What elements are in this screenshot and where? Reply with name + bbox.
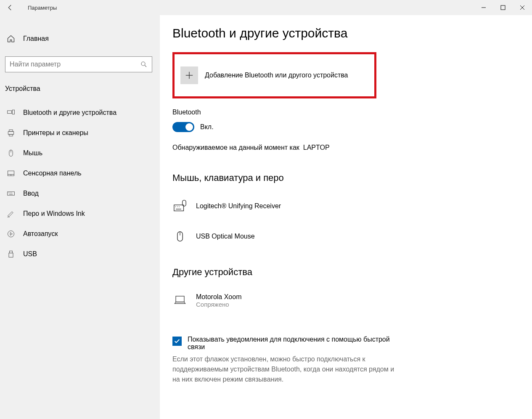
sidebar-item-home[interactable]: Главная (0, 29, 160, 48)
maximize-button[interactable] (493, 0, 513, 15)
sidebar-item-label: Сенсорная панель (23, 170, 82, 177)
svg-rect-21 (9, 253, 13, 257)
device-row[interactable]: Motorola Xoom Сопряжено (172, 285, 519, 316)
svg-rect-32 (176, 296, 184, 302)
minimize-button[interactable] (474, 0, 493, 15)
title-bar: Параметры (0, 0, 532, 15)
search-input[interactable] (10, 61, 140, 68)
arrow-left-icon (6, 4, 14, 11)
mouse-icon (6, 149, 16, 157)
bluetooth-toggle[interactable] (172, 122, 194, 132)
sidebar-item-label: Мышь (23, 149, 42, 157)
sidebar-item-label: Ввод (23, 190, 39, 197)
check-icon (174, 338, 180, 345)
sidebar-item-touchpad[interactable]: Сенсорная панель (0, 163, 160, 183)
usb-icon (6, 250, 16, 258)
pen-icon (6, 210, 16, 218)
minimize-icon (481, 5, 486, 10)
svg-rect-14 (8, 192, 15, 195)
sidebar-item-label: Bluetooth и другие устройства (23, 109, 116, 117)
autoplay-icon (6, 230, 16, 238)
svg-line-3 (145, 65, 146, 67)
sidebar-item-label: Автозапуск (23, 230, 58, 238)
fast-pair-help: Если этот флажок установлен, можно быстр… (172, 354, 400, 385)
plus-icon (180, 66, 198, 84)
page-title: Bluetooth и другие устройства (172, 26, 519, 40)
printer-icon (6, 129, 16, 137)
back-button[interactable] (0, 0, 20, 15)
home-label: Главная (23, 35, 49, 42)
svg-rect-8 (9, 134, 13, 136)
svg-rect-24 (174, 205, 184, 211)
main-content: Bluetooth и другие устройства Добавление… (160, 15, 532, 419)
bluetooth-label: Bluetooth (172, 109, 519, 116)
sidebar-item-autoplay[interactable]: Автозапуск (0, 224, 160, 244)
sidebar-item-printers[interactable]: Принтеры и сканеры (0, 123, 160, 143)
fast-pair-label: Показывать уведомления для подключения с… (188, 336, 402, 351)
mouse-icon (172, 229, 188, 244)
device-name: Motorola Xoom (196, 293, 242, 301)
sidebar-item-mouse[interactable]: Мышь (0, 143, 160, 163)
touchpad-icon (6, 169, 16, 178)
svg-rect-6 (8, 132, 13, 135)
device-name: Logitech® Unifying Receiver (196, 202, 281, 210)
search-icon (140, 61, 148, 68)
device-row[interactable]: USB Optical Mouse (172, 221, 519, 252)
window-title: Параметры (28, 5, 57, 11)
sidebar-item-pen[interactable]: Перо и Windows Ink (0, 204, 160, 224)
sidebar-item-bluetooth[interactable]: Bluetooth и другие устройства (0, 103, 160, 123)
keyboard-mouse-icon (172, 199, 188, 213)
svg-rect-1 (501, 5, 505, 10)
fast-pair-checkbox[interactable] (172, 337, 182, 346)
device-row[interactable]: Logitech® Unifying Receiver (172, 191, 519, 221)
window-controls (474, 0, 532, 15)
svg-point-2 (141, 62, 145, 66)
svg-point-19 (8, 231, 14, 237)
svg-rect-20 (10, 251, 13, 253)
device-name: USB Optical Mouse (196, 233, 255, 240)
section-input-title: Мышь, клавиатура и перо (172, 172, 519, 183)
sidebar-item-label: Принтеры и сканеры (23, 129, 88, 137)
add-device-label: Добавление Bluetooth или другого устройс… (205, 72, 348, 79)
add-device-button[interactable]: Добавление Bluetooth или другого устройс… (172, 52, 376, 98)
laptop-icon (172, 294, 188, 307)
svg-rect-4 (8, 111, 12, 114)
device-status: Сопряжено (196, 301, 242, 308)
sidebar-item-label: USB (23, 250, 37, 258)
sidebar: Главная Устройства Bluetooth и другие ус… (0, 15, 160, 419)
sidebar-item-usb[interactable]: USB (0, 244, 160, 264)
section-other-title: Другие устройства (172, 267, 519, 278)
keyboard-icon (6, 189, 16, 198)
home-icon (6, 34, 16, 43)
sidebar-item-typing[interactable]: Ввод (0, 183, 160, 204)
discoverable-text: Обнаруживаемое на данный момент как LAPT… (172, 144, 519, 151)
toggle-state-label: Вкл. (200, 123, 214, 131)
sidebar-item-label: Перо и Windows Ink (23, 210, 85, 217)
svg-rect-7 (9, 130, 13, 132)
device-icon (6, 109, 16, 117)
search-box[interactable] (5, 56, 152, 72)
close-button[interactable] (513, 0, 532, 15)
close-icon (520, 5, 525, 10)
svg-rect-5 (12, 110, 14, 114)
sidebar-category: Устройства (0, 81, 160, 103)
maximize-icon (500, 5, 506, 10)
